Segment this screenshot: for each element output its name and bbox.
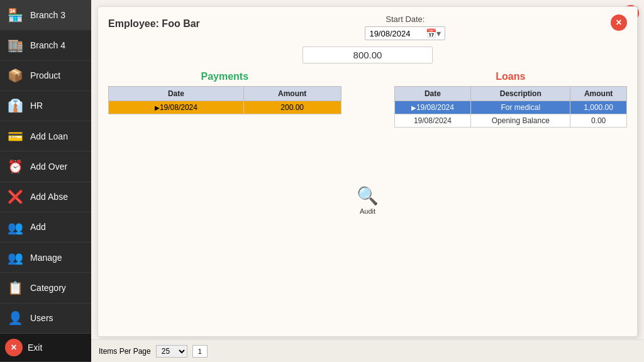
payment-amount: 200.00 [243,101,341,114]
exit-icon: × [5,339,23,356]
sidebar-item-category[interactable]: 📋 Category [0,273,91,303]
loan-desc: For medical [471,101,570,114]
main-area: Manage Employees × (Days) Last Salary 30… [91,0,644,362]
payments-col-date: Date [109,87,244,101]
start-date-section: Start Date: 📅▾ [365,14,445,40]
branch4-icon: 🏬 [5,35,25,55]
salary-value: 800.00 [303,47,433,63]
audit-button[interactable]: 🔍 Audit [354,183,381,217]
add-loan-icon: 💳 [5,126,25,146]
sidebar-item-add-loan[interactable]: 💳 Add Loan [0,121,91,151]
loan-desc: Opening Balance [471,114,570,128]
branch3-icon: 🏪 [5,5,25,25]
sidebar-label-add-loan: Add Loan [30,131,68,141]
sidebar-label-users: Users [30,313,53,323]
calendar-icon[interactable]: 📅▾ [426,28,441,38]
manage-icon: 👥 [5,248,25,268]
close-modal-button[interactable]: × [611,14,627,31]
date-input-wrapper: 📅▾ [365,26,445,40]
sidebar-item-add-abse[interactable]: ❌ Add Abse [0,182,91,212]
sidebar-label-product: Product [30,70,60,80]
audit-area: 🔍 Audit [349,71,387,329]
add-over-icon: ⏰ [5,156,25,177]
sidebar-label-branch4: Branch 4 [30,40,65,50]
add-icon: 👥 [5,217,25,238]
category-icon: 📋 [5,278,25,298]
sidebar: 🏪 Branch 3 🏬 Branch 4 📦 Product 👔 HR 💳 A… [0,0,91,362]
sidebar-item-manage[interactable]: 👥 Manage [0,243,91,273]
add-abse-icon: ❌ [5,187,25,207]
loans-col-desc: Description [471,87,570,101]
payments-section: Payments Date Amount 19/08/2024 200.00 [108,71,341,329]
sidebar-label-exit: Exit [28,343,42,353]
sidebar-item-branch3[interactable]: 🏪 Branch 3 [0,0,91,30]
hr-icon: 👔 [5,96,25,116]
salary-display: 800.00 [108,47,627,63]
payments-title: Payments [108,71,341,82]
sidebar-label-add-abse: Add Abse [30,192,68,202]
loans-col-date: Date [394,87,471,101]
sidebar-label-branch3: Branch 3 [30,10,65,20]
items-per-page-select[interactable]: 25 50 100 [156,345,187,358]
loan-date: 19/08/2024 [394,114,471,128]
sidebar-label-add-over: Add Over [30,162,67,172]
sidebar-item-branch4[interactable]: 🏬 Branch 4 [0,30,91,60]
payments-col-amount: Amount [243,87,341,101]
sidebar-label-category: Category [30,283,66,293]
loan-amount: 0.00 [570,114,627,128]
loans-col-amount: Amount [570,87,627,101]
sidebar-item-users[interactable]: 👤 Users [0,304,91,334]
sidebar-item-hr[interactable]: 👔 HR [0,91,91,121]
loans-title: Loans [394,71,628,82]
sidebar-item-product[interactable]: 📦 Product [0,61,91,91]
product-icon: 📦 [5,65,25,85]
sidebar-item-add[interactable]: 👥 Add [0,212,91,243]
loans-section: Loans Date Description Amount 19/08/2024… [394,71,628,329]
page-nav-button[interactable]: 1 [192,345,208,358]
table-row[interactable]: 19/08/2024 Opening Balance 0.00 [394,114,627,128]
sidebar-item-exit[interactable]: × Exit [0,334,91,362]
sidebar-label-manage: Manage [30,253,62,263]
employee-modal: Employee: Foo Bar Start Date: 📅▾ × 800.0… [97,6,638,337]
items-per-page-label: Items Per Page [99,347,151,356]
sidebar-label-add: Add [30,222,46,232]
audit-icon: 🔍 [357,185,379,206]
payments-table: Date Amount 19/08/2024 200.00 [108,86,341,114]
payment-date: 19/08/2024 [109,101,244,114]
loans-table: Date Description Amount 19/08/2024 For m… [394,86,628,128]
tables-row: Payments Date Amount 19/08/2024 200.00 [108,71,627,329]
table-row[interactable]: 19/08/2024 200.00 [109,101,341,114]
start-date-input[interactable] [369,29,426,38]
modal-header: Employee: Foo Bar Start Date: 📅▾ × [108,14,627,40]
sidebar-label-hr: HR [30,101,43,111]
users-icon: 👤 [5,308,25,328]
loan-date: 19/08/2024 [394,101,471,114]
table-row[interactable]: 19/08/2024 For medical 1,000.00 [394,101,627,114]
audit-label: Audit [360,207,375,215]
bottom-bar: Items Per Page 25 50 100 1 [91,339,644,362]
start-date-label: Start Date: [386,14,425,24]
loan-amount: 1,000.00 [570,101,627,114]
sidebar-item-add-over[interactable]: ⏰ Add Over [0,151,91,182]
employee-name: Employee: Foo Bar [108,14,200,30]
